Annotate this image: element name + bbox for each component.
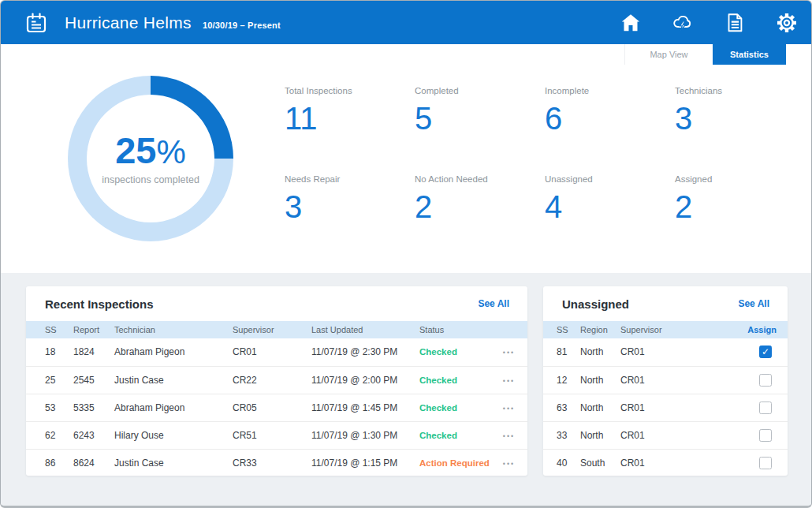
more-options-icon[interactable]: ••• (503, 377, 515, 385)
assign-checkbox[interactable] (759, 346, 772, 358)
stat-total-inspections: Total Inspections 11 (285, 86, 415, 174)
col-assign: Assign (703, 321, 788, 338)
status-badge: Checked (419, 347, 457, 357)
tab-map-view[interactable]: Map View (624, 44, 713, 65)
completion-donut-chart: 25% inspections completed (68, 76, 233, 241)
unassigned-header: Unassigned See All (543, 286, 788, 321)
assign-checkbox[interactable] (759, 429, 772, 442)
col-last-updated: Last Updated (311, 321, 419, 338)
settings-gear-icon[interactable] (776, 12, 798, 34)
stats-area: 25% inspections completed Total Inspecti… (1, 65, 811, 273)
stat-unassigned: Unassigned 4 (545, 174, 675, 263)
more-options-icon[interactable]: ••• (503, 432, 515, 440)
table-row: 53 5335 Abraham Pigeon CR05 11/07/19 @ 1… (26, 394, 527, 421)
donut-center: 25% inspections completed (87, 95, 214, 222)
table-row: 86 8624 Justin Case CR33 11/07/19 @ 1:15… (26, 449, 527, 476)
unassigned-title: Unassigned (562, 297, 629, 311)
top-bar: Hurricane Helms 10/30/19 – Present (1, 1, 811, 44)
more-options-icon[interactable]: ••• (503, 349, 515, 357)
status-badge: Checked (419, 375, 457, 385)
col-ss: SS (26, 321, 73, 338)
clipboard-icon[interactable] (24, 11, 48, 35)
table-header-row: SS Report Technician Supervisor Last Upd… (26, 321, 527, 338)
stats-grid: Total Inspections 11 Completed 5 Incompl… (285, 86, 805, 263)
recent-inspections-title: Recent Inspections (45, 297, 154, 311)
assign-checkbox[interactable] (759, 402, 772, 414)
unassigned-card: Unassigned See All SS Region Supervisor … (543, 286, 788, 476)
tables-section: Recent Inspections See All SS Report Tec… (1, 273, 811, 508)
col-status: Status (419, 321, 490, 338)
stat-needs-repair: Needs Repair 3 (285, 174, 415, 263)
page-title: Hurricane Helms (65, 13, 192, 32)
document-icon[interactable] (724, 12, 746, 34)
recent-inspections-table: SS Report Technician Supervisor Last Upd… (26, 321, 527, 476)
table-header-row: SS Region Supervisor Assign (543, 321, 788, 338)
col-supervisor: Supervisor (620, 321, 703, 338)
stat-completed: Completed 5 (415, 86, 545, 174)
table-row: 18 1824 Abraham Pigeon CR01 11/07/19 @ 2… (26, 338, 527, 366)
donut-caption: inspections completed (102, 174, 199, 185)
view-tabs: Map View Statistics (1, 44, 811, 65)
date-range: 10/30/19 – Present (203, 21, 281, 30)
top-nav (620, 12, 798, 34)
table-row: 63 North CR01 (543, 394, 788, 421)
app-window: Hurricane Helms 10/30/19 – Present (0, 0, 812, 508)
status-badge: Action Required (419, 458, 490, 468)
col-technician: Technician (114, 321, 233, 338)
col-menu (490, 321, 527, 338)
col-supervisor: Supervisor (233, 321, 311, 338)
col-ss: SS (543, 321, 580, 338)
recent-inspections-card: Recent Inspections See All SS Report Tec… (26, 286, 527, 476)
tab-statistics[interactable]: Statistics (713, 44, 786, 65)
status-badge: Checked (419, 431, 457, 440)
table-row: 12 North CR01 (543, 366, 788, 394)
table-row: 62 6243 Hilary Ouse CR51 11/07/19 @ 1:30… (26, 421, 527, 449)
statistics-section: Map View Statistics 25% inspections comp… (1, 44, 811, 273)
col-region: Region (580, 321, 620, 338)
stat-no-action-needed: No Action Needed 2 (415, 174, 545, 263)
table-row: 40 South CR01 (543, 449, 788, 476)
title-group: Hurricane Helms 10/30/19 – Present (65, 13, 281, 32)
table-row: 81 North CR01 (543, 338, 788, 366)
status-badge: Checked (419, 403, 457, 413)
recent-inspections-see-all-link[interactable]: See All (478, 298, 509, 309)
stat-technicians: Technicians 3 (675, 86, 805, 174)
unassigned-see-all-link[interactable]: See All (738, 298, 769, 309)
table-row: 33 North CR01 (543, 421, 788, 449)
stat-assigned: Assigned 2 (675, 174, 805, 263)
unassigned-table: SS Region Supervisor Assign 81 North CR0… (543, 321, 788, 476)
stat-incomplete: Incomplete 6 (545, 86, 675, 174)
recent-inspections-header: Recent Inspections See All (26, 286, 527, 321)
more-options-icon[interactable]: ••• (503, 460, 515, 468)
storm-cloud-icon[interactable] (672, 12, 694, 34)
home-icon[interactable] (620, 12, 642, 34)
donut-percent: 25% (115, 132, 186, 169)
col-report: Report (73, 321, 114, 338)
assign-checkbox[interactable] (759, 374, 772, 387)
table-row: 25 2545 Justin Case CR22 11/07/19 @ 2:00… (26, 366, 527, 394)
assign-checkbox[interactable] (759, 457, 772, 469)
more-options-icon[interactable]: ••• (503, 405, 515, 413)
